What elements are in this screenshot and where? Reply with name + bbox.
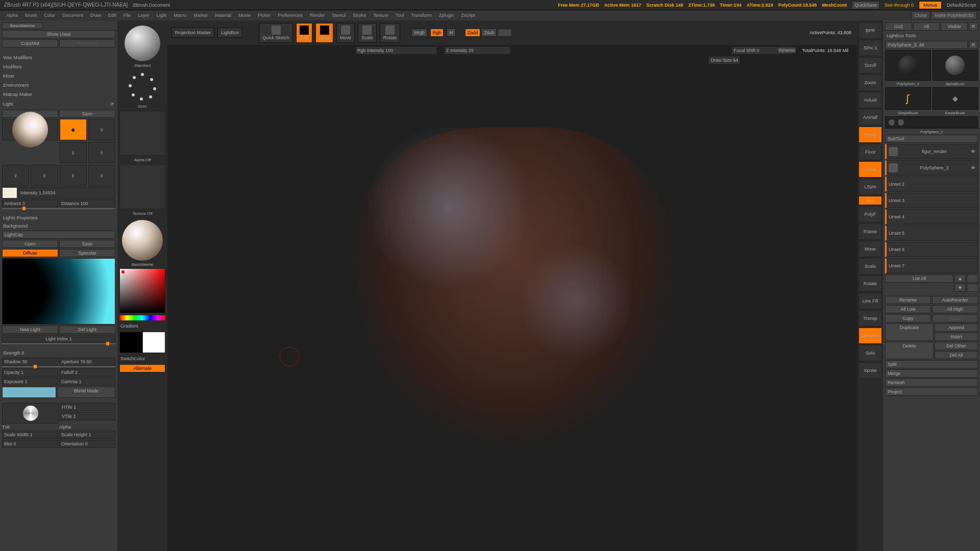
floor-button[interactable]: Floor: [859, 144, 882, 160]
move-button[interactable]: Move: [336, 23, 355, 43]
xpose-button[interactable]: Xpose: [859, 362, 882, 379]
menu-draw[interactable]: Draw: [87, 12, 104, 19]
z-intensity-slider[interactable]: Z Intensity 25: [444, 46, 510, 55]
arrow-down-all-icon[interactable]: ⤓: [967, 284, 978, 292]
lightcap-save-button[interactable]: Save: [59, 240, 115, 248]
dynamic-button[interactable]: Dynamic: [777, 47, 796, 54]
eye-icon[interactable]: 👁: [971, 165, 975, 170]
orientation-slider[interactable]: Orientation 0: [59, 440, 115, 448]
light-4-toggle[interactable]: ♀: [88, 142, 115, 163]
background-section[interactable]: Background: [2, 222, 115, 230]
htile-slider[interactable]: HTile 1: [60, 403, 115, 411]
subtool-slot-7[interactable]: Unset 6: [885, 242, 978, 257]
switch-color-button[interactable]: SwitchColor: [119, 355, 165, 362]
subtool-item-2[interactable]: PolySphere_3👁: [885, 160, 978, 176]
alternate-button[interactable]: Alternate: [119, 364, 165, 372]
rename-button[interactable]: Rename: [885, 296, 931, 304]
make-polymesh-button[interactable]: Make PolyMesh3D: [931, 11, 977, 19]
rotate-view-button[interactable]: Rotate: [859, 276, 882, 292]
scale-button[interactable]: Scale: [358, 23, 377, 43]
alpha-slot[interactable]: [119, 111, 165, 156]
shadow-slider[interactable]: Shadow 30: [2, 358, 58, 366]
m-button[interactable]: M: [447, 29, 456, 37]
scale-width-slider[interactable]: Scale Width 1: [2, 431, 58, 439]
linefill-button[interactable]: Line Fill: [859, 293, 882, 309]
menu-stroke[interactable]: Stroke: [350, 12, 369, 19]
menu-layer[interactable]: Layer: [135, 12, 153, 19]
menus-button[interactable]: Menus: [919, 1, 942, 9]
copymat-button[interactable]: CopyMat: [2, 39, 58, 47]
light-2-toggle[interactable]: ♀: [88, 119, 115, 140]
subtool-header[interactable]: SubTool: [885, 135, 978, 143]
light-7-toggle[interactable]: ♀: [60, 165, 87, 186]
frame-button[interactable]: Frame: [859, 223, 882, 240]
menu-edit[interactable]: Edit: [105, 12, 119, 19]
subtool-item-1[interactable]: figur_render👁: [885, 144, 978, 159]
zoom-button[interactable]: Zoom: [859, 74, 882, 91]
tool-thumb-2[interactable]: [933, 50, 978, 81]
light-8-toggle[interactable]: ♀: [88, 165, 115, 186]
lightcap-preview[interactable]: [2, 258, 115, 324]
bpr-button[interactable]: BPR: [859, 22, 882, 39]
environment-section[interactable]: Environment: [2, 81, 115, 89]
xyz-button[interactable]: Xyz: [859, 196, 882, 205]
ambient-slider[interactable]: Ambient 3: [2, 199, 58, 208]
tool-thumb-3[interactable]: ʃ: [885, 87, 931, 110]
diffuse-tab[interactable]: Diffuse: [2, 249, 58, 257]
pin-icon[interactable]: ⟳: [110, 102, 114, 107]
lsym-button[interactable]: LSym: [859, 179, 882, 195]
mixer-section[interactable]: Mixer: [2, 72, 115, 80]
pastemat-button[interactable]: PasteMat: [59, 39, 115, 47]
goz-visible-button[interactable]: Visible: [941, 22, 968, 31]
goz-button[interactable]: GoZ: [885, 22, 912, 31]
goz-all-button[interactable]: All: [913, 22, 940, 31]
delete-button[interactable]: Delete: [885, 342, 934, 359]
menu-marker[interactable]: Marker: [190, 12, 211, 19]
intensity-slider[interactable]: Intensity 1.54534: [18, 187, 115, 198]
specular-tab[interactable]: Specular: [59, 249, 115, 257]
light-index-slider[interactable]: Light Index 1: [2, 335, 115, 343]
rotate-button[interactable]: Rotate: [380, 23, 401, 43]
menu-macro[interactable]: Macro: [170, 12, 189, 19]
eye-icon[interactable]: 👁: [971, 149, 975, 154]
menu-document[interactable]: Document: [59, 12, 86, 19]
transp-button[interactable]: Transp: [859, 310, 882, 327]
gradient-label[interactable]: Gradient: [119, 322, 165, 330]
edit-button[interactable]: Edit: [296, 23, 312, 43]
default-zscript[interactable]: DefaultZScript: [947, 3, 976, 8]
tool-r-button[interactable]: R: [969, 41, 978, 49]
exposure-slider[interactable]: Exposure 1: [2, 378, 58, 386]
subtool-slot-8[interactable]: Unset 7: [885, 258, 978, 273]
see-through-slider[interactable]: See-through 0: [885, 3, 914, 8]
spix-slider[interactable]: SPix 3: [859, 40, 882, 56]
menu-material[interactable]: Material: [212, 12, 234, 19]
opacity-slider[interactable]: Opacity 1: [2, 368, 58, 377]
move-view-button[interactable]: Move: [859, 241, 882, 257]
subtool-slot-4[interactable]: Unset 3: [885, 193, 978, 208]
light-header[interactable]: Light: [3, 102, 13, 107]
paste-button[interactable]: Paste: [932, 314, 978, 322]
merge-section[interactable]: Merge: [885, 369, 978, 378]
menu-preferences[interactable]: Preferences: [275, 12, 306, 19]
duplicate-button[interactable]: Duplicate: [885, 323, 934, 341]
solo-button[interactable]: Solo: [859, 345, 882, 361]
aahalf-button[interactable]: AAHalf: [859, 109, 882, 126]
scale-view-button[interactable]: Scale: [859, 258, 882, 274]
all-high-button[interactable]: All High: [932, 305, 978, 313]
light-3-toggle[interactable]: ♀: [60, 142, 87, 163]
dynamic-view-button[interactable]: Dynamic: [859, 328, 882, 344]
menu-zscript[interactable]: Zscript: [458, 12, 478, 19]
project-section[interactable]: Project: [885, 388, 978, 396]
menu-brush[interactable]: Brush: [22, 12, 40, 19]
arrow-down-icon[interactable]: ▼: [954, 284, 966, 292]
menu-transform[interactable]: Transform: [408, 12, 435, 19]
scroll-button[interactable]: Scroll: [859, 57, 882, 73]
rgb-intensity-slider[interactable]: Rgb Intensity 100: [355, 46, 437, 55]
menu-file[interactable]: File: [120, 12, 134, 19]
arrow-up-all-icon[interactable]: ⤒: [967, 274, 978, 283]
quick-sketch-button[interactable]: Quick Sketch: [259, 23, 293, 43]
subtool-slot-5[interactable]: Unset 4: [885, 209, 978, 224]
blend-mode-button[interactable]: Blend Mode: [57, 387, 115, 398]
menu-movie[interactable]: Movie: [235, 12, 254, 19]
zsub-button[interactable]: Zsub: [481, 29, 497, 37]
